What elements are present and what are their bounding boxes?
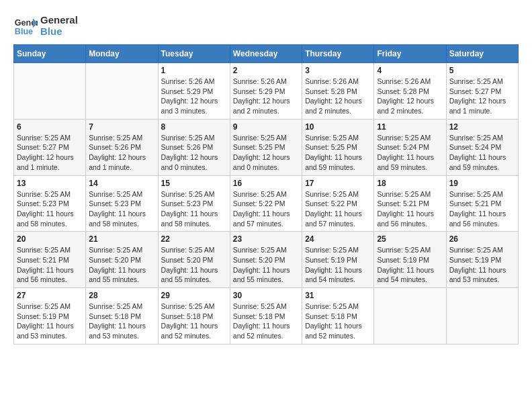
- calendar-cell: 12Sunrise: 5:25 AM Sunset: 5:24 PM Dayli…: [446, 119, 518, 175]
- day-info: Sunrise: 5:26 AM Sunset: 5:28 PM Dayligh…: [377, 77, 443, 116]
- day-number: 28: [89, 291, 154, 300]
- day-info: Sunrise: 5:25 AM Sunset: 5:23 PM Dayligh…: [89, 189, 154, 229]
- calendar-cell: 29Sunrise: 5:25 AM Sunset: 5:18 PM Dayli…: [158, 288, 230, 345]
- calendar-cell: 21Sunrise: 5:25 AM Sunset: 5:20 PM Dayli…: [86, 232, 158, 288]
- day-number: 15: [161, 179, 227, 188]
- day-info: Sunrise: 5:25 AM Sunset: 5:20 PM Dayligh…: [89, 245, 154, 285]
- day-number: 23: [233, 234, 299, 244]
- day-info: Sunrise: 5:25 AM Sunset: 5:25 PM Dayligh…: [305, 133, 371, 173]
- calendar-week-4: 20Sunrise: 5:25 AM Sunset: 5:21 PM Dayli…: [14, 232, 519, 288]
- logo-text-blue: Blue: [40, 26, 78, 37]
- day-number: 21: [89, 234, 154, 244]
- day-info: Sunrise: 5:25 AM Sunset: 5:23 PM Dayligh…: [17, 189, 83, 229]
- day-info: Sunrise: 5:26 AM Sunset: 5:28 PM Dayligh…: [305, 77, 371, 116]
- weekday-header-saturday: Saturday: [446, 45, 518, 63]
- calendar-week-2: 6Sunrise: 5:25 AM Sunset: 5:27 PM Daylig…: [14, 119, 519, 175]
- weekday-header-sunday: Sunday: [14, 45, 86, 63]
- day-info: Sunrise: 5:25 AM Sunset: 5:19 PM Dayligh…: [17, 302, 83, 341]
- calendar-cell: 31Sunrise: 5:25 AM Sunset: 5:18 PM Dayli…: [302, 288, 374, 345]
- logo-text-general: General: [40, 14, 78, 26]
- day-info: Sunrise: 5:25 AM Sunset: 5:27 PM Dayligh…: [449, 77, 515, 116]
- calendar-cell: 22Sunrise: 5:25 AM Sunset: 5:20 PM Dayli…: [158, 232, 230, 288]
- day-info: Sunrise: 5:25 AM Sunset: 5:26 PM Dayligh…: [161, 133, 227, 173]
- day-number: 12: [449, 122, 515, 132]
- calendar-cell: 8Sunrise: 5:25 AM Sunset: 5:26 PM Daylig…: [158, 119, 230, 175]
- day-number: 29: [161, 291, 227, 300]
- day-number: 14: [89, 179, 154, 188]
- day-number: 22: [161, 234, 227, 244]
- calendar-cell: 18Sunrise: 5:25 AM Sunset: 5:21 PM Dayli…: [374, 175, 446, 232]
- day-number: 1: [161, 66, 227, 75]
- day-number: 16: [233, 179, 299, 188]
- weekday-header-tuesday: Tuesday: [158, 45, 230, 63]
- day-info: Sunrise: 5:25 AM Sunset: 5:25 PM Dayligh…: [233, 133, 299, 173]
- day-number: 24: [305, 234, 371, 244]
- calendar-week-5: 27Sunrise: 5:25 AM Sunset: 5:19 PM Dayli…: [14, 288, 519, 345]
- day-number: 20: [17, 234, 83, 244]
- calendar-cell: 17Sunrise: 5:25 AM Sunset: 5:22 PM Dayli…: [302, 175, 374, 232]
- calendar-cell: 9Sunrise: 5:25 AM Sunset: 5:25 PM Daylig…: [230, 119, 302, 175]
- calendar-cell: 7Sunrise: 5:25 AM Sunset: 5:26 PM Daylig…: [86, 119, 158, 175]
- calendar-cell: 25Sunrise: 5:25 AM Sunset: 5:19 PM Dayli…: [374, 232, 446, 288]
- day-number: 2: [233, 66, 299, 75]
- day-info: Sunrise: 5:26 AM Sunset: 5:29 PM Dayligh…: [233, 77, 299, 116]
- calendar-cell: 13Sunrise: 5:25 AM Sunset: 5:23 PM Dayli…: [14, 175, 86, 232]
- calendar-cell: 11Sunrise: 5:25 AM Sunset: 5:24 PM Dayli…: [374, 119, 446, 175]
- calendar-cell: 14Sunrise: 5:25 AM Sunset: 5:23 PM Dayli…: [86, 175, 158, 232]
- logo: General Blue General Blue: [13, 13, 78, 38]
- day-info: Sunrise: 5:25 AM Sunset: 5:23 PM Dayligh…: [161, 189, 227, 229]
- day-number: 10: [305, 122, 371, 132]
- calendar-cell: 5Sunrise: 5:25 AM Sunset: 5:27 PM Daylig…: [446, 63, 518, 120]
- day-number: 7: [89, 122, 154, 132]
- day-info: Sunrise: 5:25 AM Sunset: 5:20 PM Dayligh…: [233, 245, 299, 285]
- day-info: Sunrise: 5:25 AM Sunset: 5:18 PM Dayligh…: [89, 302, 154, 341]
- calendar-cell: 16Sunrise: 5:25 AM Sunset: 5:22 PM Dayli…: [230, 175, 302, 232]
- day-number: 19: [449, 179, 515, 188]
- weekday-header-monday: Monday: [86, 45, 158, 63]
- day-number: 9: [233, 122, 299, 132]
- day-info: Sunrise: 5:26 AM Sunset: 5:29 PM Dayligh…: [161, 77, 227, 116]
- day-info: Sunrise: 5:25 AM Sunset: 5:24 PM Dayligh…: [377, 133, 443, 173]
- calendar-cell: 4Sunrise: 5:26 AM Sunset: 5:28 PM Daylig…: [374, 63, 446, 120]
- calendar-cell: [446, 288, 518, 345]
- calendar-cell: 1Sunrise: 5:26 AM Sunset: 5:29 PM Daylig…: [158, 63, 230, 120]
- calendar-cell: [374, 288, 446, 345]
- day-number: 30: [233, 291, 299, 300]
- calendar-cell: 3Sunrise: 5:26 AM Sunset: 5:28 PM Daylig…: [302, 63, 374, 120]
- weekday-header-friday: Friday: [374, 45, 446, 63]
- day-info: Sunrise: 5:25 AM Sunset: 5:19 PM Dayligh…: [305, 245, 371, 285]
- calendar-cell: 2Sunrise: 5:26 AM Sunset: 5:29 PM Daylig…: [230, 63, 302, 120]
- day-number: 17: [305, 179, 371, 188]
- day-info: Sunrise: 5:25 AM Sunset: 5:22 PM Dayligh…: [233, 189, 299, 229]
- weekday-header-row: SundayMondayTuesdayWednesdayThursdayFrid…: [14, 45, 519, 63]
- day-number: 3: [305, 66, 371, 75]
- page-header: General Blue General Blue: [13, 13, 519, 38]
- day-number: 4: [377, 66, 443, 75]
- day-number: 27: [17, 291, 83, 300]
- day-number: 11: [377, 122, 443, 132]
- day-info: Sunrise: 5:25 AM Sunset: 5:21 PM Dayligh…: [377, 189, 443, 229]
- weekday-header-wednesday: Wednesday: [230, 45, 302, 63]
- calendar-cell: 19Sunrise: 5:25 AM Sunset: 5:21 PM Dayli…: [446, 175, 518, 232]
- calendar-body: 1Sunrise: 5:26 AM Sunset: 5:29 PM Daylig…: [14, 63, 519, 345]
- day-number: 31: [305, 291, 371, 300]
- calendar-table: SundayMondayTuesdayWednesdayThursdayFrid…: [13, 44, 519, 345]
- day-number: 13: [17, 179, 83, 188]
- calendar-cell: 27Sunrise: 5:25 AM Sunset: 5:19 PM Dayli…: [14, 288, 86, 345]
- calendar-cell: 20Sunrise: 5:25 AM Sunset: 5:21 PM Dayli…: [14, 232, 86, 288]
- calendar-cell: [86, 63, 158, 120]
- day-info: Sunrise: 5:25 AM Sunset: 5:24 PM Dayligh…: [449, 133, 515, 173]
- day-number: 18: [377, 179, 443, 188]
- day-number: 5: [449, 66, 515, 75]
- calendar-cell: 15Sunrise: 5:25 AM Sunset: 5:23 PM Dayli…: [158, 175, 230, 232]
- calendar-cell: 30Sunrise: 5:25 AM Sunset: 5:18 PM Dayli…: [230, 288, 302, 345]
- calendar-cell: [14, 63, 86, 120]
- day-info: Sunrise: 5:25 AM Sunset: 5:26 PM Dayligh…: [89, 133, 154, 173]
- calendar-week-1: 1Sunrise: 5:26 AM Sunset: 5:29 PM Daylig…: [14, 63, 519, 120]
- calendar-cell: 10Sunrise: 5:25 AM Sunset: 5:25 PM Dayli…: [302, 119, 374, 175]
- day-info: Sunrise: 5:25 AM Sunset: 5:22 PM Dayligh…: [305, 189, 371, 229]
- calendar-header: SundayMondayTuesdayWednesdayThursdayFrid…: [14, 45, 519, 63]
- day-info: Sunrise: 5:25 AM Sunset: 5:18 PM Dayligh…: [305, 302, 371, 341]
- logo-icon: General Blue: [13, 13, 38, 38]
- svg-text:Blue: Blue: [15, 27, 33, 36]
